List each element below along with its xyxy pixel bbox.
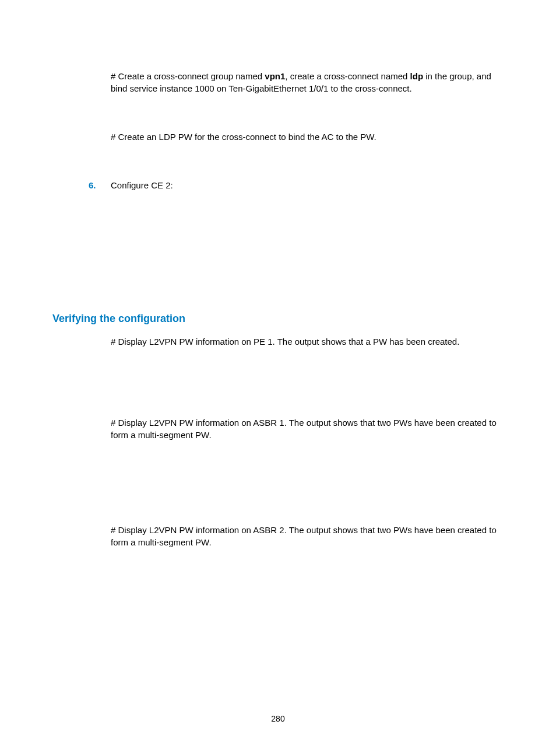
term-ldp: ldp — [410, 71, 424, 81]
step-paragraph: # Create an LDP PW for the cross-connect… — [111, 131, 498, 143]
step-paragraph: # Create a cross-connect group named vpn… — [111, 70, 498, 94]
text-run: # Create a cross-connect group named — [111, 71, 265, 81]
text-run: , create a cross-connect named — [285, 71, 410, 81]
list-text: Configure CE 2: — [111, 180, 173, 190]
step-paragraph: # Display L2VPN PW information on PE 1. … — [111, 335, 498, 348]
step-paragraph: # Display L2VPN PW information on ASBR 1… — [111, 416, 498, 441]
section-heading: Verifying the configuration — [52, 313, 504, 325]
step-paragraph: # Display L2VPN PW information on ASBR 2… — [111, 524, 498, 548]
term-vpn1: vpn1 — [265, 71, 285, 81]
list-marker: 6. — [89, 180, 111, 190]
page-number: 280 — [0, 714, 556, 723]
ordered-list-item: 6. Configure CE 2: — [89, 180, 504, 190]
document-page: # Create a cross-connect group named vpn… — [0, 0, 556, 756]
